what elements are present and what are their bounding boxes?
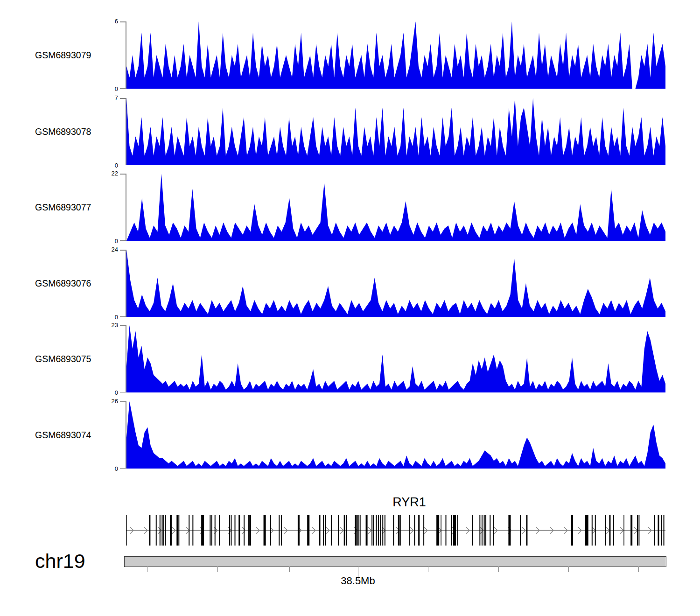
exon-bar xyxy=(373,515,374,546)
y-axis-tick-max xyxy=(120,174,126,175)
signal-track-2: GSM6893078 7 0 xyxy=(0,98,700,165)
exon-bar xyxy=(595,515,596,546)
exon-bar xyxy=(609,515,610,546)
y-axis-tick-max xyxy=(120,21,126,22)
exon-bar xyxy=(325,515,326,546)
y-axis-zero-label: 0 xyxy=(99,389,118,396)
exon-bar xyxy=(244,515,245,546)
gene-name-label: RYR1 xyxy=(392,495,426,510)
exon-bar xyxy=(156,515,157,546)
exon-bar xyxy=(360,515,361,546)
y-axis-zero-label: 0 xyxy=(99,162,118,169)
coverage-histogram xyxy=(126,21,665,89)
exon-bar xyxy=(270,515,271,546)
exon-bar xyxy=(399,515,401,546)
exon-bar xyxy=(235,515,236,546)
chromosome-name-label: chr19 xyxy=(35,550,85,573)
exon-bar xyxy=(526,515,527,546)
exon-bar xyxy=(571,515,573,546)
y-axis-tick-zero xyxy=(120,240,126,241)
y-axis-tick-zero xyxy=(120,165,126,166)
chromosome-axis-tick xyxy=(498,567,499,572)
coverage-histogram xyxy=(126,325,665,392)
exon-bar xyxy=(508,515,511,546)
exon-bar xyxy=(357,515,359,546)
exon-bar xyxy=(457,515,458,546)
coverage-histogram xyxy=(126,174,665,241)
exon-bar xyxy=(331,515,332,546)
exon-bar xyxy=(485,515,486,546)
signal-track-5: GSM6893075 23 0 xyxy=(0,325,700,392)
genome-browser-figure: GSM6893079 6 0 GSM6893078 7 0 GSM6893077… xyxy=(0,0,700,616)
y-axis-tick-max xyxy=(120,325,126,326)
exon-bar xyxy=(250,515,251,546)
coverage-histogram xyxy=(126,401,665,469)
y-axis-zero-label: 0 xyxy=(99,314,118,321)
exon-bar xyxy=(637,515,638,546)
exon-bar xyxy=(414,515,415,546)
chromosome-axis-tick xyxy=(568,567,569,572)
track-label: GSM6893077 xyxy=(35,202,91,213)
track-label: GSM6893078 xyxy=(35,126,91,137)
y-axis-max-label: 23 xyxy=(99,322,118,329)
signal-track-1: GSM6893079 6 0 xyxy=(0,21,700,89)
exon-bar xyxy=(210,515,210,546)
exon-bar xyxy=(482,515,483,546)
exon-bar xyxy=(298,515,300,546)
exon-bar xyxy=(160,515,161,546)
exon-bar xyxy=(219,515,220,546)
y-axis-tick-max xyxy=(120,401,126,402)
track-label: GSM6893074 xyxy=(35,430,91,441)
chromosome-axis-tick xyxy=(638,567,639,572)
exon-bar xyxy=(441,515,441,546)
gene-model-track xyxy=(126,514,665,547)
exon-bar xyxy=(380,515,381,546)
exon-bar xyxy=(654,515,655,546)
exon-bar xyxy=(346,515,347,546)
y-axis-max-label: 22 xyxy=(99,170,118,177)
exon-bar xyxy=(319,515,321,546)
exon-bar xyxy=(638,515,639,546)
exon-bar xyxy=(446,515,447,546)
exon-bar xyxy=(661,515,662,546)
y-axis-tick-zero xyxy=(120,468,126,469)
y-axis-max-label: 24 xyxy=(99,246,118,253)
y-axis-zero-label: 0 xyxy=(99,465,118,472)
y-axis-tick-max xyxy=(120,98,126,99)
exon-bar xyxy=(664,515,665,546)
signal-track-6: GSM6893074 26 0 xyxy=(0,401,700,469)
chromosome-axis-tick xyxy=(217,567,218,572)
exon-bar xyxy=(170,515,172,546)
exon-bar xyxy=(623,515,624,546)
exon-bar xyxy=(493,515,494,546)
exon-bar xyxy=(385,515,385,546)
chromosome-position-label: 38.5Mb xyxy=(341,575,375,587)
exon-bar xyxy=(592,515,593,546)
exon-bar xyxy=(376,515,377,546)
exon-bar xyxy=(248,515,250,546)
exon-bar xyxy=(178,515,179,546)
exon-bar xyxy=(211,515,212,546)
y-axis-tick-max xyxy=(120,250,126,251)
exon-bar xyxy=(176,515,178,546)
exon-bar xyxy=(436,515,439,546)
exon-bar xyxy=(658,515,659,546)
exon-bar xyxy=(149,515,150,546)
exon-bar xyxy=(479,515,480,546)
exon-bar xyxy=(201,515,204,546)
exon-bar xyxy=(307,515,309,546)
exon-bar xyxy=(484,515,485,546)
y-axis-max-label: 26 xyxy=(99,398,118,405)
y-axis-tick-zero xyxy=(120,88,126,89)
exon-bar xyxy=(165,515,166,546)
chromosome-bar xyxy=(124,556,666,567)
exon-bar xyxy=(163,515,164,546)
y-axis-max-label: 7 xyxy=(99,94,118,101)
exon-bar xyxy=(393,515,394,546)
exon-bar xyxy=(520,515,521,546)
track-label: GSM6893076 xyxy=(35,278,91,289)
exon-bar xyxy=(378,515,379,546)
exon-bar xyxy=(344,515,345,546)
track-label: GSM6893075 xyxy=(35,354,91,364)
exon-bar xyxy=(192,515,193,546)
